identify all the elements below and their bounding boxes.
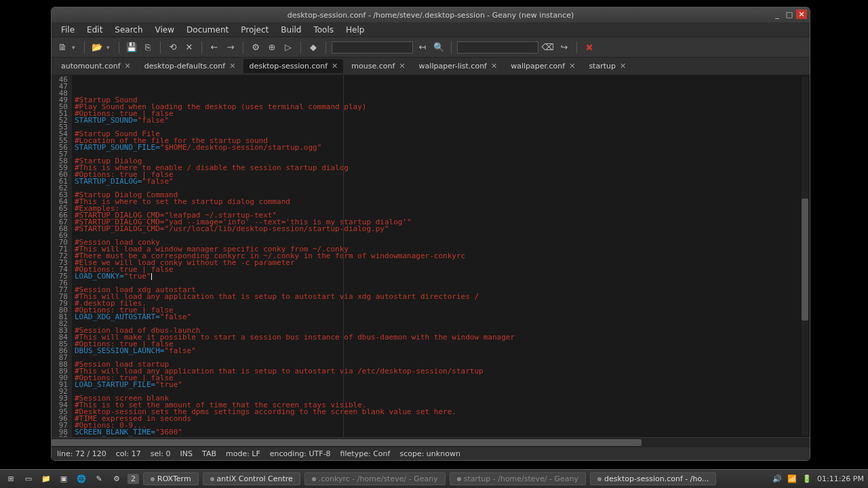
code-line[interactable]: STARTUP_SOUND_FILE="$HOME/.desktop-sessi… — [75, 144, 807, 151]
scrollbar-thumb[interactable] — [802, 199, 808, 321]
code-line[interactable]: #This is where to set the startup dialog… — [75, 199, 807, 205]
horizontal-scrollbar[interactable] — [52, 437, 810, 447]
taskbar-app-button[interactable]: startup - /home/steve/ - Geany — [450, 472, 586, 485]
editor[interactable]: 4647484950515253545556575859606162636465… — [52, 75, 810, 437]
menu-build[interactable]: Build — [275, 24, 307, 36]
nav-back-icon[interactable]: ← — [208, 41, 221, 54]
document-tab[interactable]: startup✕ — [583, 59, 631, 73]
maximize-button[interactable]: □ — [784, 9, 795, 19]
code-line[interactable]: #This will load any application that is … — [75, 293, 807, 300]
code-line[interactable]: #.desktop files. — [75, 300, 807, 307]
code-line[interactable] — [75, 185, 807, 192]
reload-icon[interactable]: ⟲ — [166, 41, 180, 54]
clock[interactable]: 01:11:26 PM — [817, 474, 864, 483]
volume-icon[interactable]: 🔊 — [772, 474, 782, 483]
titlebar[interactable]: desktop-session.conf - /home/steve/.desk… — [52, 7, 810, 22]
code-line[interactable]: #This is where to enable / disable the s… — [75, 165, 807, 171]
code-line[interactable] — [75, 388, 807, 395]
code-line[interactable]: #This will make it possible to start a s… — [75, 334, 807, 341]
menu-file[interactable]: File — [56, 24, 80, 36]
close-button[interactable]: ✕ — [796, 9, 807, 19]
browser-icon[interactable]: 🌐 — [75, 472, 88, 486]
code-line[interactable]: #Options: true | false — [75, 375, 807, 382]
run-icon[interactable]: ▷ — [281, 41, 295, 54]
nav-forward-icon[interactable]: → — [224, 41, 237, 54]
save-all-icon[interactable]: ⎘ — [141, 41, 155, 54]
search-input[interactable] — [457, 41, 538, 54]
new-file-icon[interactable]: 🗎 — [56, 41, 69, 54]
menu-search[interactable]: Search — [109, 24, 148, 36]
taskbar-app-button[interactable]: antiX Control Centre — [203, 472, 300, 485]
tab-close-icon[interactable]: ✕ — [332, 62, 338, 70]
document-tab[interactable]: automount.conf✕ — [56, 59, 136, 73]
minimize-button[interactable]: _ — [772, 9, 783, 19]
code-line[interactable]: #Else we will load conky without the -c … — [75, 260, 807, 266]
menu-edit[interactable]: Edit — [81, 24, 108, 36]
tab-close-icon[interactable]: ✕ — [125, 62, 131, 70]
show-desktop-icon[interactable]: ▭ — [22, 472, 35, 486]
document-tab[interactable]: wallpaper.conf✕ — [505, 59, 580, 73]
code-line[interactable]: LOAD_STARTUP_FILE="true" — [75, 382, 807, 388]
start-menu-icon[interactable]: ⊞ — [4, 472, 18, 486]
code-line[interactable] — [75, 151, 807, 158]
menu-project[interactable]: Project — [235, 24, 274, 36]
compile-icon[interactable]: ⚙ — [249, 41, 262, 54]
battery-icon[interactable]: 🔋 — [802, 474, 812, 483]
document-tab[interactable]: mouse.conf✕ — [346, 59, 410, 73]
code-line[interactable]: LOAD_XDG_AUTOSTART="false" — [75, 314, 807, 321]
editor-icon[interactable]: ✎ — [92, 472, 106, 486]
open-file-dropdown-icon[interactable]: ▾ — [106, 44, 113, 51]
goto-line-icon[interactable]: 🔍 — [432, 41, 446, 54]
code-line[interactable]: #This will load any application that is … — [75, 368, 807, 375]
quit-icon[interactable]: ✖ — [583, 41, 596, 54]
menu-tools[interactable]: Tools — [308, 24, 339, 36]
code-line[interactable]: #Options: true | false — [75, 171, 807, 178]
search-forward-icon[interactable]: ↪ — [557, 41, 571, 54]
tab-close-icon[interactable]: ✕ — [491, 62, 497, 70]
code-area[interactable]: #Startup Sound#Play Sound when loading t… — [72, 75, 810, 437]
code-line[interactable]: #Options: true | false — [75, 110, 807, 117]
taskbar-app-button[interactable]: desktop-session.conf - /ho... — [590, 472, 716, 485]
code-line[interactable]: #Options: true | false — [75, 266, 807, 273]
code-line[interactable]: LOAD_CONKY="true" — [75, 273, 807, 280]
network-icon[interactable]: 📶 — [787, 474, 797, 483]
vertical-scrollbar[interactable] — [802, 77, 808, 436]
open-file-icon[interactable]: 📂 — [90, 41, 104, 54]
build-icon[interactable]: ⊕ — [265, 41, 279, 54]
taskbar-app-button[interactable]: ROXTerm — [143, 472, 199, 485]
code-line[interactable]: STARTUP_DIALOG="false" — [75, 178, 807, 185]
code-line[interactable]: #Options: 0-9... — [75, 422, 807, 429]
code-line[interactable]: DBUS_SESSION_LAUNCH="false" — [75, 348, 807, 354]
tab-close-icon[interactable]: ✕ — [399, 62, 405, 70]
menu-document[interactable]: Document — [181, 24, 234, 36]
goto-back-icon[interactable]: ↤ — [416, 41, 429, 54]
menu-help[interactable]: Help — [340, 24, 370, 36]
settings-icon[interactable]: ⚙ — [110, 472, 123, 486]
code-line[interactable]: #STARTUP_DIALOG_CMD="/usr/local/lib/desk… — [75, 226, 807, 232]
save-icon[interactable]: 💾 — [125, 41, 138, 54]
file-manager-icon[interactable]: 📁 — [39, 472, 53, 486]
code-line[interactable] — [75, 124, 807, 131]
document-tab[interactable]: desktop-defaults.conf✕ — [139, 59, 241, 73]
search-back-icon[interactable]: ⌫ — [541, 41, 555, 54]
document-tab[interactable]: wallpaper-list.conf✕ — [414, 59, 503, 73]
document-tab[interactable]: desktop-session.conf✕ — [243, 59, 343, 73]
code-line[interactable] — [75, 354, 807, 361]
code-line[interactable]: #Play Sound when loading the desktop (us… — [75, 104, 807, 110]
workspace-indicator[interactable]: 2 — [127, 474, 139, 484]
terminal-icon[interactable]: ▣ — [57, 472, 71, 486]
tab-close-icon[interactable]: ✕ — [620, 62, 626, 70]
code-line[interactable]: #TIME expressed in seconds — [75, 415, 807, 422]
code-line[interactable]: STARTUP_SOUND="false" — [75, 117, 807, 124]
close-file-icon[interactable]: ✕ — [182, 41, 196, 54]
menu-view[interactable]: View — [150, 24, 180, 36]
new-file-dropdown-icon[interactable]: ▾ — [72, 44, 79, 51]
code-line[interactable]: SCREEN_BLANK_TIME="3600" — [75, 429, 807, 436]
scrollbar-thumb[interactable] — [52, 439, 642, 446]
taskbar-app-button[interactable]: .conkyrc - /home/steve/ - Geany — [304, 472, 446, 485]
tab-close-icon[interactable]: ✕ — [229, 62, 235, 70]
code-line[interactable] — [75, 232, 807, 239]
goto-line-input[interactable] — [332, 41, 413, 54]
tab-close-icon[interactable]: ✕ — [569, 62, 575, 70]
color-chooser-icon[interactable]: ◆ — [307, 41, 320, 54]
